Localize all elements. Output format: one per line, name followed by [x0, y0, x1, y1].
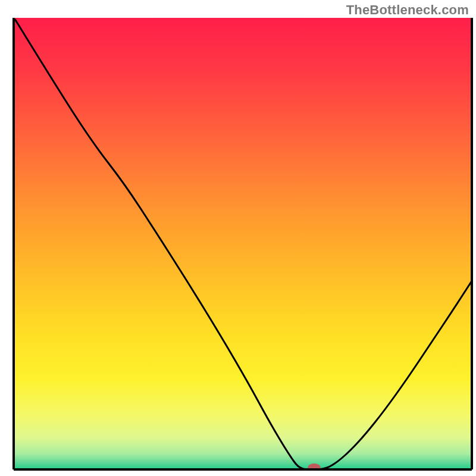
gradient-background: [14, 18, 472, 469]
bottleneck-chart: [0, 0, 476, 476]
chart-container: TheBottleneck.com: [0, 0, 476, 476]
